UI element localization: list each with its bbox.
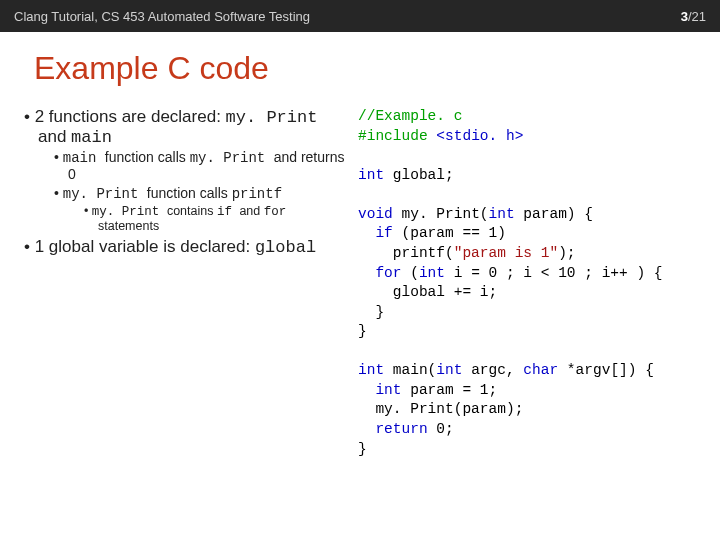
- slide-title: Example C code: [34, 50, 700, 87]
- bullet-1: 2 functions are declared: my. Print and …: [24, 107, 350, 233]
- code-line: return: [358, 421, 428, 437]
- page-indicator: 3/21: [681, 9, 706, 24]
- bullet-1-1: main function calls my. Print and return…: [54, 149, 350, 182]
- header-left: Clang Tutorial, CS 453 Automated Softwar…: [14, 9, 310, 24]
- code-line: #include: [358, 128, 436, 144]
- two-column-layout: 2 functions are declared: my. Print and …: [20, 107, 700, 459]
- code-line: int: [358, 167, 384, 183]
- page-current: 3: [681, 9, 688, 24]
- page-total: 21: [692, 9, 706, 24]
- code-line: int: [358, 382, 402, 398]
- slide-body: Example C code 2 functions are declared:…: [0, 32, 720, 459]
- code-line: for: [358, 265, 402, 281]
- bullet-1-2: my. Print function calls printf my. Prin…: [54, 185, 350, 233]
- bullet-2: 1 global variable is declared: global: [24, 237, 350, 257]
- code-line: //Example. c: [358, 108, 462, 124]
- code-line: }: [358, 323, 367, 339]
- code-line: printf(: [358, 245, 454, 261]
- code-line: global += i;: [358, 284, 497, 300]
- code-line: if: [358, 225, 393, 241]
- code-line: }: [358, 441, 367, 457]
- bullet-column: 2 functions are declared: my. Print and …: [20, 107, 350, 459]
- bullet-1-2-1: my. Print contains if and for statements: [84, 204, 350, 233]
- code-line: void: [358, 206, 393, 222]
- code-line: my. Print(param);: [358, 401, 523, 417]
- code-line: int: [358, 362, 384, 378]
- code-line: }: [358, 304, 384, 320]
- code-block: //Example. c #include <stdio. h> int glo…: [358, 107, 700, 459]
- header-bar: Clang Tutorial, CS 453 Automated Softwar…: [0, 0, 720, 32]
